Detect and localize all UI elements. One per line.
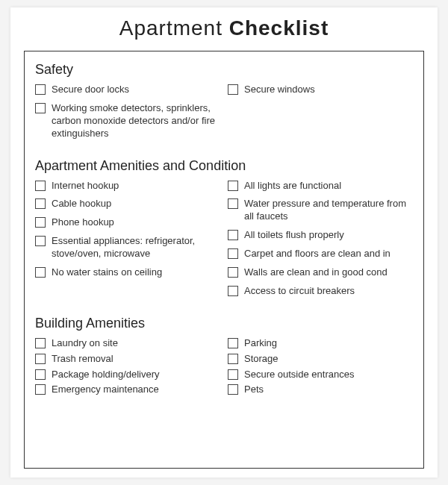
item-label: Working smoke detectors, sprinklers, car… [52,102,220,140]
checkbox-icon[interactable] [35,369,46,380]
item-label: Secure door locks [52,84,220,96]
item-label: Storage [244,353,413,366]
checkbox-icon[interactable] [228,338,238,348]
checklist-item: Secure outside entrances [228,369,413,381]
checkbox-icon[interactable] [228,384,238,395]
item-label: Internet hookup [52,180,220,193]
item-label: All toilets flush properly [244,229,413,242]
building-left-col: Laundry on site Trash removal Package ho… [35,337,220,400]
checkbox-icon[interactable] [228,248,238,259]
checklist-item: Secure door locks [35,84,220,96]
checklist-item: Essential appliances: refrigerator, stov… [35,235,220,260]
item-label: Package holding/delivery [52,369,220,381]
checkbox-icon[interactable] [35,384,46,395]
checklist-item: Working smoke detectors, sprinklers, car… [35,102,220,140]
item-label: Water pressure and temperature from all … [244,198,413,223]
section-amenities: Apartment Amenities and Condition Intern… [35,158,413,304]
checklist-container: Safety Secure door locks Working smoke d… [24,51,424,469]
amenities-left-col: Internet hookup Cable hookup Phone hooku… [35,180,220,304]
checkbox-icon[interactable] [228,369,238,380]
checklist-item: Storage [228,353,413,366]
checkbox-icon[interactable] [35,217,46,228]
checkbox-icon[interactable] [35,236,46,246]
checkbox-icon[interactable] [228,230,238,240]
item-label: Phone hookup [52,216,220,229]
safety-right-col: Secure windows [228,84,413,146]
checkbox-icon[interactable] [228,84,238,95]
item-label: Laundry on site [52,337,220,350]
item-label: Emergency maintenance [52,384,220,396]
item-label: Carpet and floors are clean and in [244,248,413,260]
item-label: Essential appliances: refrigerator, stov… [52,235,220,260]
item-label: Pets [244,384,413,396]
checklist-item: All toilets flush properly [228,229,413,242]
item-label: Secure windows [244,84,413,96]
section-safety: Safety Secure door locks Working smoke d… [35,62,413,146]
checklist-item: Access to circuit breakers [228,285,413,298]
checkbox-icon[interactable] [35,267,46,278]
checkbox-icon[interactable] [228,354,238,364]
checklist-item: Parking [228,337,413,350]
item-label: All lights are functional [244,180,413,193]
checkbox-icon[interactable] [35,198,46,209]
checklist-item: Phone hookup [35,216,220,229]
checkbox-icon[interactable] [35,354,46,364]
checkbox-icon[interactable] [228,198,238,209]
checklist-item: Walls are clean and in good cond [228,266,413,279]
amenities-right-col: All lights are functional Water pressure… [228,180,413,304]
checklist-item: Carpet and floors are clean and in [228,248,413,260]
section-title-building: Building Amenities [35,316,413,331]
checkbox-icon[interactable] [35,181,46,191]
safety-left-col: Secure door locks Working smoke detector… [35,84,220,146]
checklist-item: Water pressure and temperature from all … [228,198,413,223]
section-title-amenities: Apartment Amenities and Condition [35,158,413,174]
item-label: Secure outside entrances [244,369,413,381]
item-label: Cable hookup [52,198,220,210]
title-word-2: Checklist [229,16,329,40]
item-label: Access to circuit breakers [244,285,413,298]
title-word-1: Apartment [119,16,223,40]
item-label: Walls are clean and in good cond [244,266,413,279]
checklist-item: Laundry on site [35,337,220,350]
checklist-item: Pets [228,384,413,396]
checklist-item: Internet hookup [35,180,220,193]
building-right-col: Parking Storage Secure outside entrances… [228,337,413,400]
checkbox-icon[interactable] [228,181,238,191]
checkbox-icon[interactable] [35,84,46,95]
checkbox-icon[interactable] [35,338,46,348]
page-title: Apartment Checklist [24,16,424,40]
checklist-item: Secure windows [228,84,413,96]
checklist-item: Emergency maintenance [35,384,220,396]
item-label: Trash removal [52,353,220,366]
item-label: Parking [244,337,413,350]
checklist-item: No water stains on ceiling [35,266,220,279]
checkbox-icon[interactable] [228,267,238,278]
section-title-safety: Safety [35,62,413,78]
checklist-item: Trash removal [35,353,220,366]
checkbox-icon[interactable] [228,286,238,296]
document-page: Apartment Checklist Safety Secure door l… [10,7,438,478]
checklist-item: Cable hookup [35,198,220,210]
section-building: Building Amenities Laundry on site Trash… [35,316,413,400]
item-label: No water stains on ceiling [52,266,220,279]
checklist-item: Package holding/delivery [35,369,220,381]
checkbox-icon[interactable] [35,103,46,113]
checklist-item: All lights are functional [228,180,413,193]
